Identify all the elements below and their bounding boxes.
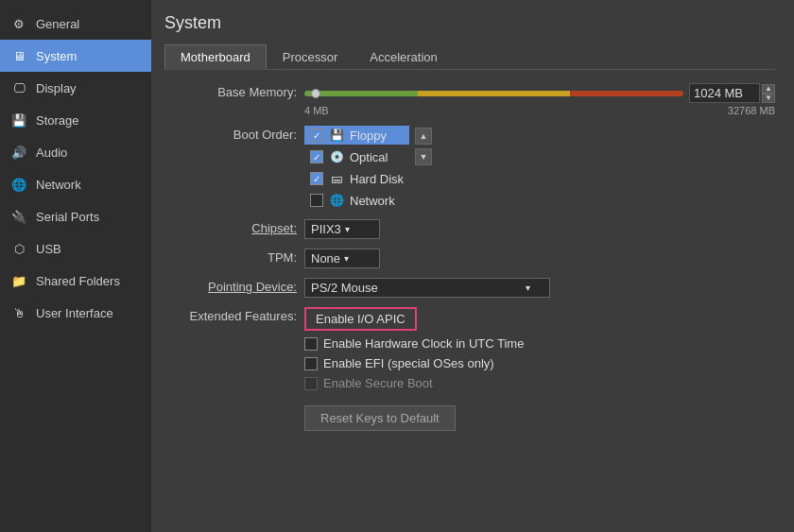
hw-clock-row: Enable Hardware Clock in UTC Time <box>304 336 524 351</box>
floppy-icon: 💾 <box>329 128 344 143</box>
sidebar-item-display[interactable]: 🖵 Display <box>0 72 151 104</box>
efi-row: Enable EFI (special OSes only) <box>304 356 524 370</box>
secure-boot-row: Enable Secure Boot <box>304 376 524 390</box>
system-icon: 🖥 <box>9 46 28 65</box>
usb-icon: ⬡ <box>9 239 28 258</box>
memory-spin-down[interactable]: ▼ <box>762 94 775 103</box>
pointing-device-row: Pointing Device: PS/2 Mouse ▾ <box>164 278 775 298</box>
sidebar-item-network[interactable]: 🌐 Network <box>0 168 151 200</box>
sidebar-item-usb[interactable]: ⬡ USB <box>0 232 151 265</box>
reset-keys-button[interactable]: Reset Keys to Default <box>304 405 456 431</box>
boot-item-optical[interactable]: 💿 Optical <box>304 147 409 166</box>
audio-icon: 🔊 <box>9 143 28 162</box>
sidebar-label-usb: USB <box>36 242 61 256</box>
sidebar-item-system[interactable]: 🖥 System <box>0 40 151 72</box>
sidebar-label-user-interface: User Interface <box>36 306 113 320</box>
tpm-row: TPM: None ▾ <box>164 249 775 268</box>
sidebar-label-network: Network <box>36 178 81 192</box>
memory-spin-buttons: ▲ ▼ <box>762 84 775 103</box>
extended-features-row: Extended Features: Enable I/O APIC Enabl… <box>164 307 775 431</box>
sidebar-item-storage[interactable]: 💾 Storage <box>0 104 151 136</box>
sidebar-item-shared-folders[interactable]: 📁 Shared Folders <box>0 265 151 297</box>
base-memory-label: Base Memory: <box>164 83 297 99</box>
efi-label: Enable EFI (special OSes only) <box>323 356 494 370</box>
base-memory-row: Base Memory: 1024 MB ▲ ▼ <box>164 83 775 116</box>
boot-checkbox-harddisk[interactable] <box>310 172 323 185</box>
tab-acceleration[interactable]: Acceleration <box>354 44 454 70</box>
chipset-row: Chipset: PIIX3 ▾ <box>164 219 775 239</box>
boot-order-list: 💾 Floppy 💿 Optical 🖴 Hard Disk <box>304 126 409 210</box>
main-content: System Motherboard Processor Acceleratio… <box>151 0 794 532</box>
memory-range: 4 MB 32768 MB <box>304 105 775 116</box>
optical-icon: 💿 <box>329 149 344 164</box>
boot-move-buttons: ▲ ▼ <box>415 126 432 210</box>
tpm-value: None <box>311 251 340 266</box>
memory-min: 4 MB <box>304 105 329 116</box>
ui-icon: 🖱 <box>9 303 28 322</box>
secure-boot-checkbox[interactable] <box>304 377 318 390</box>
io-apic-row: Enable I/O APIC <box>304 307 524 331</box>
pointing-device-label: Pointing Device: <box>164 278 297 294</box>
chipset-dropdown[interactable]: PIIX3 ▾ <box>304 219 380 239</box>
boot-checkbox-floppy[interactable] <box>310 129 323 142</box>
sidebar-item-audio[interactable]: 🔊 Audio <box>0 136 151 168</box>
sidebar-item-general[interactable]: ⚙ General <box>0 8 151 40</box>
folder-icon: 📁 <box>9 271 28 290</box>
sidebar-label-general: General <box>36 17 79 31</box>
boot-label-optical: Optical <box>350 150 388 164</box>
tab-motherboard[interactable]: Motherboard <box>164 44 267 70</box>
memory-spin-up[interactable]: ▲ <box>762 84 775 94</box>
motherboard-form: Base Memory: 1024 MB ▲ ▼ <box>164 83 775 431</box>
tpm-label: TPM: <box>164 249 297 265</box>
extended-features-label: Extended Features: <box>164 307 297 323</box>
io-apic-button[interactable]: Enable I/O APIC <box>304 307 417 331</box>
boot-label-floppy: Floppy <box>350 129 387 143</box>
memory-value-input[interactable]: 1024 MB <box>689 83 760 103</box>
tpm-dropdown[interactable]: None ▾ <box>304 249 380 268</box>
boot-item-floppy[interactable]: 💾 Floppy <box>304 126 409 145</box>
sidebar-label-system: System <box>36 49 77 63</box>
page-title: System <box>164 13 775 33</box>
boot-checkbox-optical[interactable] <box>310 150 323 163</box>
sidebar-item-serial-ports[interactable]: 🔌 Serial Ports <box>0 200 151 232</box>
sidebar-item-user-interface[interactable]: 🖱 User Interface <box>0 297 151 329</box>
boot-move-up[interactable]: ▲ <box>415 128 432 145</box>
memory-slider-thumb[interactable] <box>311 89 320 98</box>
hw-clock-checkbox[interactable] <box>304 337 318 351</box>
boot-label-network: Network <box>350 194 395 208</box>
display-icon: 🖵 <box>9 78 28 97</box>
tab-processor[interactable]: Processor <box>267 44 354 70</box>
serial-icon: 🔌 <box>9 207 28 226</box>
secure-boot-label: Enable Secure Boot <box>323 376 433 390</box>
memory-max: 32768 MB <box>728 105 775 116</box>
hw-clock-label: Enable Hardware Clock in UTC Time <box>323 336 524 351</box>
efi-checkbox[interactable] <box>304 357 318 370</box>
extended-features-section: Enable I/O APIC Enable Hardware Clock in… <box>304 307 524 431</box>
pointing-device-dropdown[interactable]: PS/2 Mouse ▾ <box>304 278 550 298</box>
boot-checkbox-network[interactable] <box>310 194 323 207</box>
network-icon: 🌐 <box>9 175 28 194</box>
chipset-label: Chipset: <box>164 219 297 235</box>
tab-bar: Motherboard Processor Acceleration <box>164 44 775 70</box>
pointing-device-value: PS/2 Mouse <box>311 281 378 295</box>
boot-order-row: Boot Order: 💾 Floppy 💿 Optical <box>164 126 775 210</box>
sidebar: ⚙ General 🖥 System 🖵 Display 💾 Storage 🔊… <box>0 0 151 532</box>
memory-slider-track[interactable] <box>304 91 683 96</box>
chipset-value: PIIX3 <box>311 222 341 236</box>
chipset-arrow-icon: ▾ <box>345 224 350 234</box>
sidebar-label-serial-ports: Serial Ports <box>36 210 99 224</box>
memory-section: 1024 MB ▲ ▼ 4 MB 32768 MB <box>304 83 775 116</box>
boot-item-harddisk[interactable]: 🖴 Hard Disk <box>304 169 409 188</box>
storage-icon: 💾 <box>9 111 28 129</box>
memory-slider-row: 1024 MB ▲ ▼ <box>304 83 775 103</box>
boot-order-label: Boot Order: <box>164 126 297 142</box>
boot-order-section: 💾 Floppy 💿 Optical 🖴 Hard Disk <box>304 126 432 210</box>
sidebar-label-storage: Storage <box>36 113 79 128</box>
memory-value: 1024 MB <box>694 86 743 100</box>
reset-keys-row: Reset Keys to Default <box>304 398 524 431</box>
boot-item-network[interactable]: 🌐 Network <box>304 191 409 210</box>
boot-move-down[interactable]: ▼ <box>415 148 432 165</box>
sidebar-label-audio: Audio <box>36 146 67 160</box>
gear-icon: ⚙ <box>9 14 28 33</box>
network-boot-icon: 🌐 <box>329 193 344 208</box>
